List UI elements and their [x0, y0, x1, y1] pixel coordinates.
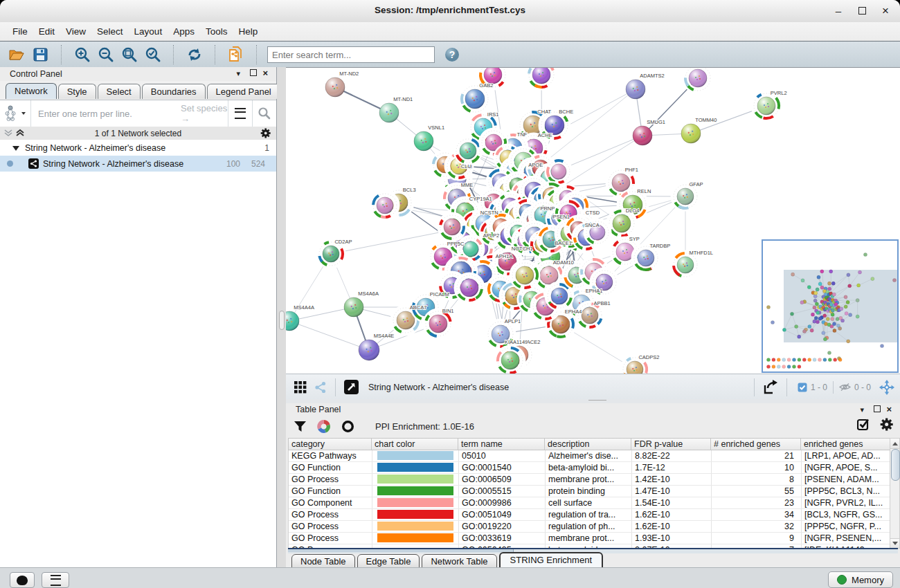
scrollbar-thumb[interactable]	[891, 449, 900, 481]
string-terms-input[interactable]: Enter one term per line. Set species →	[31, 100, 228, 127]
table-row[interactable]: GO ComponentGO:0009986cell surface1.54E-…	[289, 497, 898, 509]
column-header[interactable]: term name	[458, 438, 545, 450]
grid-view-icon[interactable]	[290, 377, 311, 398]
string-protein-query-icon[interactable]	[0, 100, 31, 127]
menu-item-layout[interactable]: Layout	[129, 26, 168, 37]
network-node[interactable]	[457, 275, 482, 300]
network-node[interactable]	[754, 93, 779, 118]
menu-item-edit[interactable]: Edit	[33, 26, 60, 37]
menu-item-file[interactable]: File	[7, 26, 33, 37]
menu-item-apps[interactable]: Apps	[168, 26, 200, 37]
network-node[interactable]	[626, 80, 645, 99]
table-row[interactable]: GO FunctionGO:0005515protein binding1.47…	[289, 486, 898, 497]
close-button[interactable]: ×	[876, 4, 894, 18]
string-options-icon[interactable]	[228, 100, 252, 127]
export-network-icon[interactable]	[759, 377, 782, 398]
menu-item-tools[interactable]: Tools	[200, 26, 233, 37]
column-header[interactable]: description	[545, 438, 631, 450]
network-node[interactable]	[529, 68, 554, 87]
tab-node-table[interactable]: Node Table	[291, 554, 355, 569]
table-row[interactable]: GO ProcessGO:0033619membrane prot...1.93…	[289, 533, 898, 544]
network-node[interactable]	[634, 246, 658, 270]
scroll-up-button[interactable]	[890, 439, 899, 449]
table-vertical-scrollbar[interactable]	[890, 438, 900, 549]
panel-close-icon[interactable]: ×	[886, 404, 892, 414]
pan-mode-icon[interactable]	[876, 377, 897, 398]
menu-item-help[interactable]: Help	[233, 26, 263, 37]
save-icon[interactable]	[29, 44, 53, 65]
tab-network-table[interactable]: Network Table	[422, 554, 496, 569]
column-header[interactable]: # enriched genes	[711, 438, 801, 450]
network-node[interactable]	[286, 311, 299, 331]
tree-collapse-icon[interactable]	[12, 145, 19, 151]
table-row[interactable]: GO FunctionGO:0001540beta-amyloid bi...1…	[289, 462, 898, 474]
network-node[interactable]	[685, 68, 710, 91]
clone-network-icon[interactable]	[224, 44, 248, 65]
share-view-icon[interactable]	[311, 377, 330, 398]
network-node[interactable]	[426, 311, 451, 336]
string-search-icon[interactable]	[252, 100, 276, 127]
network-collection-row[interactable]: String Network - Alzheimer's disease 1	[0, 140, 276, 156]
help-icon[interactable]: ?	[440, 44, 464, 65]
network-node[interactable]	[462, 86, 488, 112]
network-node[interactable]	[440, 215, 464, 239]
column-header[interactable]: chart color	[372, 438, 458, 450]
network-node[interactable]	[512, 263, 537, 288]
settings-gear-icon[interactable]	[880, 418, 893, 431]
table-row[interactable]: GO ProcessGO:0006509membrane prot...1.42…	[289, 474, 898, 486]
table-row[interactable]: KEGG Pathways05010Alzheimer's dise...8.8…	[289, 450, 898, 462]
network-node[interactable]	[319, 242, 343, 266]
column-header[interactable]: FDR p-value	[631, 438, 711, 450]
divider-handle[interactable]	[279, 311, 285, 330]
panel-divider[interactable]	[277, 67, 287, 567]
ring-chart-icon[interactable]	[341, 420, 354, 433]
network-node[interactable]	[373, 194, 397, 217]
network-node[interactable]	[681, 124, 701, 143]
minimize-button[interactable]: –	[829, 4, 847, 18]
refresh-icon[interactable]	[183, 44, 206, 65]
gear-icon[interactable]	[260, 128, 271, 138]
table-row[interactable]: GO ProcessGO:0051049regulation of tra...…	[289, 509, 898, 521]
tab-edge-table[interactable]: Edge Table	[357, 554, 420, 569]
column-header[interactable]: category	[288, 438, 372, 450]
filter-icon[interactable]	[294, 421, 306, 432]
network-node[interactable]	[633, 126, 652, 145]
task-history-button[interactable]	[42, 572, 69, 588]
network-node[interactable]	[414, 131, 433, 151]
tab-legend-panel[interactable]: Legend Panel	[207, 84, 280, 99]
network-node[interactable]	[674, 253, 697, 277]
scroll-down-button[interactable]	[890, 538, 899, 548]
open-folder-icon[interactable]	[6, 44, 29, 65]
menu-item-view[interactable]: View	[60, 26, 91, 37]
open-external-icon[interactable]	[341, 377, 361, 398]
tab-string-enrichment[interactable]: STRING Enrichment	[499, 552, 603, 569]
panel-float-icon[interactable]	[874, 405, 881, 414]
network-node[interactable]	[548, 160, 570, 183]
network-node[interactable]	[498, 348, 523, 373]
network-row[interactable]: String Network - Alzheimer's disease 100…	[0, 156, 276, 172]
birds-eye-view[interactable]	[762, 239, 899, 373]
network-node[interactable]	[379, 103, 399, 122]
tab-style[interactable]: Style	[58, 84, 96, 99]
network-overview-button[interactable]	[10, 572, 35, 588]
chart-color-icon[interactable]	[317, 420, 330, 433]
panel-menu-icon[interactable]: ▾	[236, 69, 240, 78]
menu-item-select[interactable]: Select	[91, 26, 129, 37]
tab-select[interactable]: Select	[98, 84, 141, 99]
panel-menu-icon[interactable]: ▾	[860, 405, 864, 414]
tab-network[interactable]: Network	[6, 83, 57, 99]
panel-float-icon[interactable]	[250, 69, 257, 77]
network-node[interactable]	[674, 185, 697, 208]
memory-button[interactable]: Memory	[828, 571, 893, 588]
maximize-button[interactable]	[853, 4, 871, 18]
network-node[interactable]	[578, 304, 602, 327]
select-all-checkbox-icon[interactable]	[857, 418, 870, 431]
network-node[interactable]	[359, 340, 379, 360]
network-node[interactable]	[325, 77, 345, 97]
network-node[interactable]	[609, 211, 634, 236]
zoom-fit-icon[interactable]	[118, 44, 141, 65]
zoom-out-icon[interactable]	[94, 44, 118, 65]
zoom-in-icon[interactable]	[71, 44, 94, 65]
network-canvas[interactable]: MT-ND2MT-ND1VSNL1GAB2IRS1CHATBCHEACHETNF…	[286, 67, 900, 374]
network-node[interactable]	[456, 139, 480, 163]
